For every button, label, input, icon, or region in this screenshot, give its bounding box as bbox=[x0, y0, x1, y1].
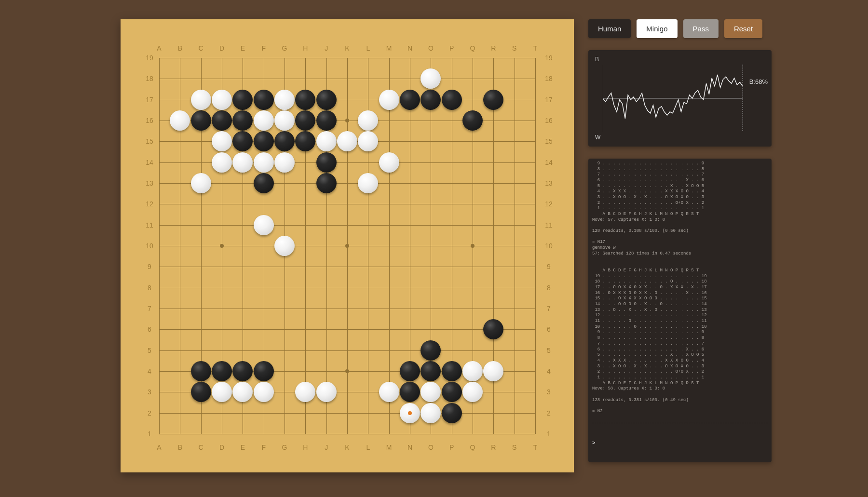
white-stone bbox=[295, 382, 315, 402]
white-stone bbox=[316, 131, 337, 151]
last-move-marker bbox=[408, 411, 412, 415]
row-label: 17 bbox=[544, 95, 554, 105]
black-stone bbox=[191, 361, 211, 381]
col-label: G bbox=[280, 43, 289, 53]
row-label: 19 bbox=[145, 53, 154, 63]
col-label: Q bbox=[468, 443, 477, 452]
col-label: E bbox=[238, 443, 247, 452]
col-label: J bbox=[322, 443, 331, 452]
black-stone bbox=[316, 152, 337, 173]
winrate-black-label: B bbox=[595, 56, 599, 63]
row-label: 2 bbox=[145, 408, 154, 418]
right-panel: Human Minigo Pass Reset B W B:68% 1 . . … bbox=[588, 19, 772, 497]
row-label: 5 bbox=[145, 346, 154, 355]
row-label: 18 bbox=[145, 74, 154, 83]
row-label: 8 bbox=[145, 283, 154, 293]
black-stone bbox=[442, 403, 462, 423]
row-label: 14 bbox=[145, 158, 154, 167]
white-stone bbox=[316, 382, 337, 402]
white-stone bbox=[232, 152, 253, 173]
black-stone bbox=[212, 110, 232, 131]
minigo-button[interactable]: Minigo bbox=[637, 19, 677, 38]
white-stone bbox=[337, 131, 357, 151]
black-stone bbox=[400, 90, 420, 110]
engine-log[interactable]: 1 . . . . . . . . . . . . . . . . . . . … bbox=[588, 159, 772, 462]
row-label: 5 bbox=[544, 346, 554, 355]
human-button[interactable]: Human bbox=[588, 19, 631, 38]
col-label: L bbox=[363, 43, 373, 53]
pass-button[interactable]: Pass bbox=[683, 19, 719, 38]
white-stone bbox=[212, 131, 232, 151]
black-stone bbox=[254, 361, 274, 381]
black-stone bbox=[420, 90, 441, 110]
white-stone bbox=[379, 90, 399, 110]
white-stone bbox=[254, 152, 274, 173]
white-stone bbox=[212, 90, 232, 110]
col-label: H bbox=[300, 43, 310, 53]
row-label: 19 bbox=[544, 53, 554, 63]
row-label: 11 bbox=[145, 220, 154, 230]
white-stone bbox=[379, 382, 399, 402]
col-label: K bbox=[342, 43, 352, 53]
row-label: 3 bbox=[544, 387, 554, 397]
white-stone bbox=[254, 110, 274, 131]
go-board[interactable]: AABBCCDDEEFFGGHHJJKKLLMMNNOOPPQQRRSSTT11… bbox=[121, 19, 574, 472]
control-buttons: Human Minigo Pass Reset bbox=[588, 19, 772, 38]
white-stone bbox=[483, 361, 503, 381]
black-stone bbox=[232, 110, 253, 131]
row-label: 16 bbox=[145, 116, 154, 125]
winrate-chart: B W B:68% bbox=[588, 50, 772, 147]
white-stone bbox=[191, 90, 211, 110]
black-stone bbox=[462, 110, 483, 131]
row-label: 6 bbox=[544, 324, 554, 334]
row-label: 9 bbox=[544, 262, 554, 271]
black-stone bbox=[483, 90, 503, 110]
white-stone bbox=[274, 236, 295, 256]
black-stone bbox=[295, 90, 315, 110]
col-label: T bbox=[530, 443, 540, 452]
winrate-svg bbox=[603, 65, 747, 132]
col-label: S bbox=[510, 43, 519, 53]
black-stone bbox=[442, 382, 462, 402]
row-label: 3 bbox=[145, 387, 154, 397]
col-label: T bbox=[530, 43, 540, 53]
black-stone bbox=[254, 131, 274, 151]
col-label: F bbox=[259, 43, 269, 53]
white-stone bbox=[212, 152, 232, 173]
white-stone bbox=[462, 361, 483, 381]
white-stone bbox=[358, 173, 378, 193]
row-label: 1 bbox=[145, 429, 154, 439]
row-label: 7 bbox=[544, 304, 554, 313]
col-label: H bbox=[300, 443, 310, 452]
white-stone bbox=[232, 382, 253, 402]
white-stone bbox=[358, 131, 378, 151]
log-text: 1 . . . . . . . . . . . . . . . . . . . … bbox=[592, 159, 715, 414]
row-label: 4 bbox=[544, 366, 554, 376]
row-label: 13 bbox=[544, 178, 554, 188]
black-stone bbox=[400, 382, 420, 402]
black-stone bbox=[212, 361, 232, 381]
reset-button[interactable]: Reset bbox=[724, 19, 762, 38]
col-label: J bbox=[322, 43, 331, 53]
col-label: N bbox=[405, 43, 415, 53]
black-stone bbox=[442, 361, 462, 381]
col-label: G bbox=[280, 443, 289, 452]
row-label: 10 bbox=[544, 241, 554, 251]
row-label: 17 bbox=[145, 95, 154, 105]
white-stone bbox=[191, 173, 211, 193]
col-label: M bbox=[384, 43, 394, 53]
row-label: 11 bbox=[544, 220, 554, 230]
col-label: K bbox=[342, 443, 352, 452]
col-label: R bbox=[488, 43, 498, 53]
col-label: A bbox=[154, 443, 164, 452]
col-label: R bbox=[488, 443, 498, 452]
black-stone bbox=[400, 361, 420, 381]
white-stone bbox=[420, 403, 441, 423]
row-label: 7 bbox=[145, 304, 154, 313]
white-stone bbox=[274, 110, 295, 131]
white-stone bbox=[274, 90, 295, 110]
col-label: B bbox=[175, 443, 185, 452]
black-stone bbox=[254, 173, 274, 193]
log-prompt: > bbox=[592, 438, 768, 446]
row-label: 8 bbox=[544, 283, 554, 293]
